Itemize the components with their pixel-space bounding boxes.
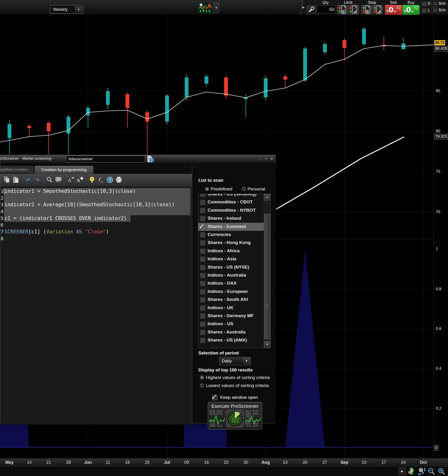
zoom-in-icon[interactable] [438, 468, 446, 476]
code-line[interactable]: 6 [0, 222, 192, 229]
item-checkbox[interactable] [200, 305, 206, 311]
scrollbar-thumb[interactable] [264, 214, 270, 339]
stop-loss-value[interactable]: 10 [431, 1, 438, 7]
zoom-pan-icon[interactable] [418, 468, 426, 476]
time-axis[interactable]: May142128Jun111825Jul09162330Aug132027Se… [0, 458, 448, 467]
item-checkbox[interactable] [200, 281, 206, 286]
copy-button[interactable] [3, 176, 11, 185]
scroll-up-button[interactable]: ▲ [264, 194, 271, 201]
list-item[interactable]: Indices - Asia [198, 255, 264, 263]
list-item[interactable]: Shares - South Afri [198, 296, 264, 304]
code-line[interactable]: 7SCREENER[c1] (Variation AS "Close") [0, 229, 192, 236]
code-line[interactable]: 1indicator1 = SmoothedStochastic[10,3](c… [0, 188, 192, 195]
personal-radio[interactable] [242, 187, 246, 191]
limit-loss-value[interactable]: 10 [431, 8, 438, 13]
item-checkbox[interactable] [200, 200, 206, 205]
code-line[interactable]: 2 [0, 195, 192, 202]
code-line[interactable]: 8 [0, 236, 192, 242]
list-item[interactable]: Indices - DAX [198, 279, 264, 287]
tab-creation-by-programming[interactable]: Creation by programming [35, 166, 93, 174]
limit-loss-checkbox[interactable] [422, 8, 426, 13]
stop-order-edit-button[interactable] [373, 5, 383, 14]
item-checkbox[interactable] [200, 249, 206, 254]
list-item[interactable]: Indices - UK [198, 304, 264, 312]
list-item[interactable]: Currencies [198, 231, 264, 239]
redo-button[interactable]: ↷ [33, 176, 42, 185]
lowest-values-radio[interactable] [200, 384, 204, 387]
minimize-button[interactable]: – [259, 157, 263, 161]
order-settings-button[interactable] [307, 6, 316, 14]
list-item[interactable]: Shares - US (NASDAQ) [198, 194, 264, 198]
predefined-radio[interactable] [205, 187, 209, 191]
chart-style-dropdown[interactable]: ▼ [213, 2, 220, 13]
item-checkbox[interactable] [200, 338, 206, 343]
item-checkbox[interactable] [200, 216, 206, 221]
list-item[interactable]: Shares - Ireland [198, 215, 264, 222]
list-item[interactable]: Shares - Hong Kong [198, 239, 264, 247]
list-item[interactable]: Indices - US [198, 320, 264, 328]
item-checkbox[interactable] [200, 330, 206, 335]
zoom-button[interactable] [45, 176, 54, 185]
stop-order-icon-button[interactable] [361, 5, 372, 14]
item-checkbox[interactable] [200, 313, 206, 319]
item-checkbox[interactable] [200, 289, 206, 295]
item-checkbox[interactable] [200, 194, 206, 197]
item-checkbox[interactable] [200, 232, 206, 238]
list-item[interactable]: ✓Shares - Euronext [198, 223, 264, 231]
limit-order-icon-button[interactable] [337, 5, 348, 14]
tab-simplified-creation[interactable]: Simplified creation [0, 166, 34, 173]
list-item[interactable]: Shares - US (NYSE) [198, 263, 264, 271]
buy-button[interactable]: 90.72 [403, 5, 420, 15]
item-checkbox[interactable] [200, 297, 206, 303]
price-axis[interactable]: 8580757010.80.60.40.290.7290.42979.3230 [434, 15, 448, 458]
scroll-down-button[interactable]: ▼ [264, 341, 271, 348]
item-checkbox[interactable] [200, 208, 206, 213]
comment-button[interactable]: // [54, 176, 63, 185]
function-button[interactable]: fx [96, 176, 106, 185]
execute-proscreener-button[interactable]: Execute ProScreener 6158 26478258 875056… [208, 402, 262, 430]
timeframe-select[interactable]: Weekly ▼ [50, 5, 83, 14]
close-button[interactable]: ✕ [270, 157, 274, 161]
print-button[interactable] [114, 176, 123, 185]
maximize-button[interactable]: □ [264, 157, 268, 161]
chart-style-button[interactable] [198, 2, 213, 13]
list-item[interactable]: Commodities - CBOT [198, 198, 264, 206]
collapse-panel-arrow[interactable]: ▶ [302, 6, 305, 9]
item-checkbox[interactable] [200, 265, 206, 270]
list-item[interactable]: Commodities - NYBOT [198, 206, 264, 215]
list-item[interactable]: Indices - Africa [198, 247, 264, 255]
market-listbox[interactable]: Shares - US (NASDAQ)Commodities - CBOTCo… [198, 194, 271, 348]
zoom-out-icon[interactable] [427, 468, 436, 476]
font-increase-button[interactable]: A [75, 176, 84, 185]
screener-name-input[interactable] [66, 156, 145, 162]
listbox-scrollbar[interactable]: ▲▼ [264, 194, 271, 348]
dialog-titlebar[interactable]: ProScreener - Market screening - ? – □ ✕ [0, 155, 275, 163]
stop-loss-checkbox[interactable] [422, 2, 426, 6]
item-checkbox[interactable] [200, 273, 206, 278]
item-checkbox[interactable] [200, 240, 206, 246]
list-item[interactable]: Indices - European [198, 288, 264, 296]
help-button[interactable]: ? [106, 176, 114, 185]
sell-button[interactable]: 90.72 [385, 5, 402, 15]
list-item[interactable]: Indices - Australia [198, 271, 264, 279]
list-item[interactable]: Shares - Germany MF [198, 312, 264, 320]
play-button[interactable]: ▶ [399, 468, 406, 476]
period-select[interactable]: Daily ▼ [219, 357, 251, 365]
chart-settings-icon[interactable] [407, 468, 414, 476]
code-line[interactable]: 3indicator2 = Average[10](SmoothedStocha… [0, 202, 192, 208]
code-editor[interactable]: 1indicator1 = SmoothedStochastic[10,3](c… [0, 187, 192, 425]
paste-button[interactable] [11, 176, 21, 185]
list-item[interactable]: Shares - US (AMX) [198, 336, 264, 344]
undo-button[interactable]: ↶ [24, 176, 33, 185]
quantity-input[interactable] [317, 6, 336, 13]
limit-order-edit-button[interactable] [348, 5, 359, 14]
item-checkbox[interactable] [200, 256, 206, 262]
screener-help-button[interactable]: ? [146, 155, 154, 163]
code-line[interactable]: 4 [0, 208, 192, 215]
font-decrease-button[interactable]: A [66, 176, 75, 185]
highest-values-radio[interactable] [200, 375, 204, 380]
hint-button[interactable] [88, 176, 96, 185]
item-checkbox[interactable] [200, 321, 206, 327]
code-line[interactable]: 5c1 = (indicator1 CROSSES OVER indicator… [0, 215, 192, 222]
list-item[interactable]: Shares - Australia [198, 328, 264, 336]
